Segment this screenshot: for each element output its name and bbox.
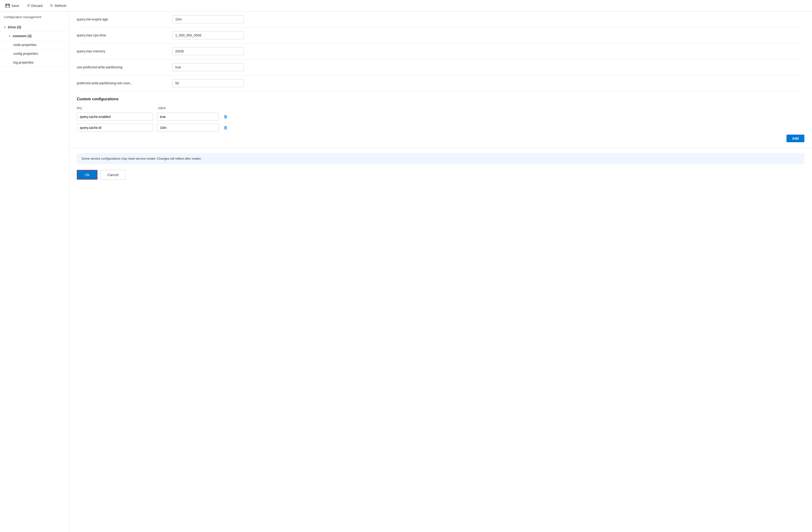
- discard-icon: ↺: [27, 3, 30, 8]
- config-value-input-3[interactable]: [172, 63, 244, 71]
- sidebar: Configuration management ∨ trino (3) ∨ c…: [0, 12, 69, 532]
- custom-value-input-0[interactable]: [157, 113, 219, 121]
- save-label: Save: [12, 4, 19, 8]
- add-button[interactable]: Add: [786, 135, 804, 142]
- refresh-icon: ↻: [50, 3, 53, 8]
- content-area: query.min-expire-age query.max-cpu-time …: [69, 12, 812, 532]
- custom-value-input-1[interactable]: [157, 124, 219, 132]
- info-banner: Some service configurations may need ser…: [77, 153, 804, 164]
- config-row-4: preferred-write-partitioning-min-num...: [77, 75, 804, 91]
- main-layout: Configuration management ∨ trino (3) ∨ c…: [0, 12, 812, 532]
- tree-item-label-trino: trino (3): [8, 25, 21, 29]
- config-value-input-4[interactable]: [172, 79, 244, 87]
- save-icon: 💾: [5, 3, 10, 8]
- config-value-input-1[interactable]: [172, 31, 244, 39]
- chevron-down-icon: ∨: [9, 34, 11, 38]
- custom-configs-title: Custom configurations: [77, 97, 804, 101]
- config-row-1: query.max-cpu-time: [77, 27, 804, 43]
- section-divider: [69, 148, 812, 148]
- toolbar: 💾 Save ↺ Discard ↻ Refresh: [0, 0, 812, 12]
- delete-row-1-button[interactable]: 🗑: [223, 124, 229, 131]
- custom-key-input-0[interactable]: [77, 113, 153, 121]
- tree-item-label-log-properties: log.properties: [13, 60, 34, 64]
- ok-button[interactable]: Ok: [77, 170, 98, 180]
- custom-table-header: key value: [77, 106, 804, 110]
- tree-item-config-properties[interactable]: config.properties: [0, 49, 69, 58]
- config-value-input-0[interactable]: [172, 15, 244, 23]
- tree-item-common[interactable]: ∨ common (3): [0, 32, 69, 41]
- tree-item-label-config-properties: config.properties: [13, 52, 38, 56]
- save-button[interactable]: 💾 Save: [4, 2, 20, 9]
- refresh-label: Refresh: [55, 4, 66, 8]
- discard-button[interactable]: ↺ Discard: [25, 2, 44, 9]
- cancel-button[interactable]: Cancel: [100, 170, 126, 180]
- tree-item-node-properties[interactable]: node.properties: [0, 41, 69, 49]
- chevron-down-icon: ∨: [4, 26, 6, 29]
- custom-row-1: 🗑: [77, 124, 804, 132]
- custom-key-input-1[interactable]: [77, 124, 153, 132]
- config-label-2: query.max-memory: [77, 49, 168, 53]
- tree-item-label-common: common (3): [13, 34, 31, 38]
- tree-item-log-properties[interactable]: log.properties: [0, 58, 69, 67]
- config-row-0: query.min-expire-age: [77, 12, 804, 27]
- custom-key-header: key: [77, 106, 153, 110]
- config-label-1: query.max-cpu-time: [77, 33, 168, 37]
- config-row-2: query.max-memory: [77, 43, 804, 59]
- discard-label: Discard: [31, 4, 42, 8]
- custom-configs-section: Custom configurations key value 🗑 🗑 Add: [69, 91, 812, 148]
- sidebar-title: Configuration management: [0, 15, 69, 23]
- config-section: query.min-expire-age query.max-cpu-time …: [69, 12, 812, 91]
- config-label-0: query.min-expire-age: [77, 17, 168, 21]
- config-row-3: use-preferred-write-partitioning: [77, 59, 804, 75]
- tree-item-trino[interactable]: ∨ trino (3): [0, 23, 69, 32]
- tree-item-label-node-properties: node.properties: [13, 43, 37, 47]
- custom-value-header: value: [158, 106, 166, 110]
- refresh-button[interactable]: ↻ Refresh: [49, 2, 68, 9]
- config-label-3: use-preferred-write-partitioning: [77, 65, 168, 69]
- add-btn-row: Add: [77, 135, 804, 142]
- config-value-input-2[interactable]: [172, 47, 244, 55]
- custom-row-0: 🗑: [77, 113, 804, 121]
- delete-row-0-button[interactable]: 🗑: [223, 114, 229, 120]
- config-label-4: preferred-write-partitioning-min-num...: [77, 81, 168, 85]
- action-buttons: Ok Cancel: [69, 170, 812, 187]
